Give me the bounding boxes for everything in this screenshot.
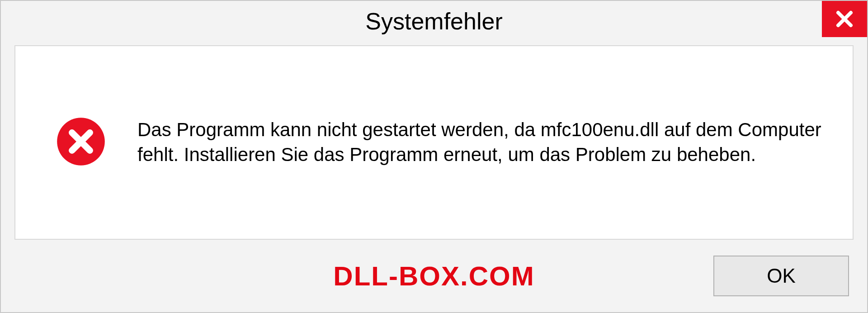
error-icon-wrap	[56, 117, 106, 168]
dialog-footer: DLL-BOX.COM OK	[1, 249, 867, 312]
dialog-title: Systemfehler	[365, 8, 502, 35]
close-button[interactable]	[822, 1, 867, 37]
error-message: Das Programm kann nicht gestartet werden…	[137, 118, 826, 167]
ok-button[interactable]: OK	[713, 256, 849, 296]
error-icon	[56, 117, 106, 166]
titlebar: Systemfehler	[1, 1, 867, 42]
close-icon	[834, 8, 855, 30]
error-dialog: Systemfehler Das Programm kann nicht ges…	[0, 0, 868, 313]
watermark-text: DLL-BOX.COM	[333, 261, 534, 292]
content-panel: Das Programm kann nicht gestartet werden…	[14, 45, 854, 240]
